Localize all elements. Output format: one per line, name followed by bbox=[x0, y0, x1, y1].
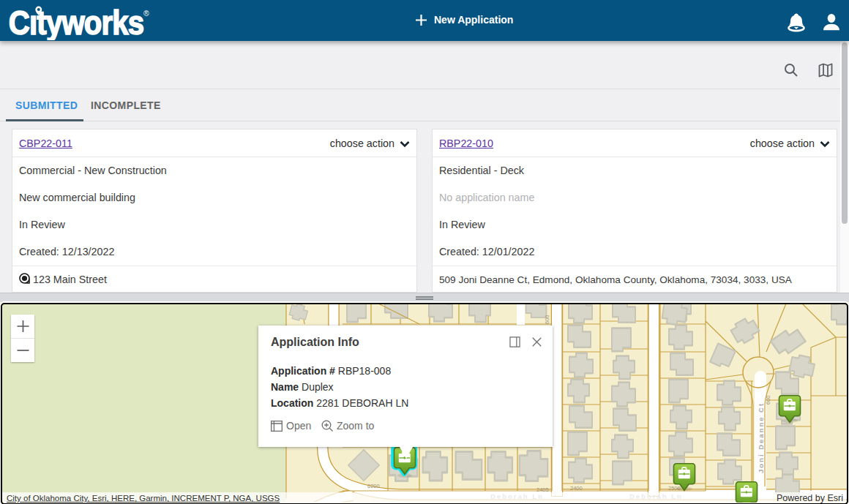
svg-text:®: ® bbox=[143, 9, 149, 18]
svg-text:Cıtyworks: Cıtyworks bbox=[9, 4, 143, 40]
